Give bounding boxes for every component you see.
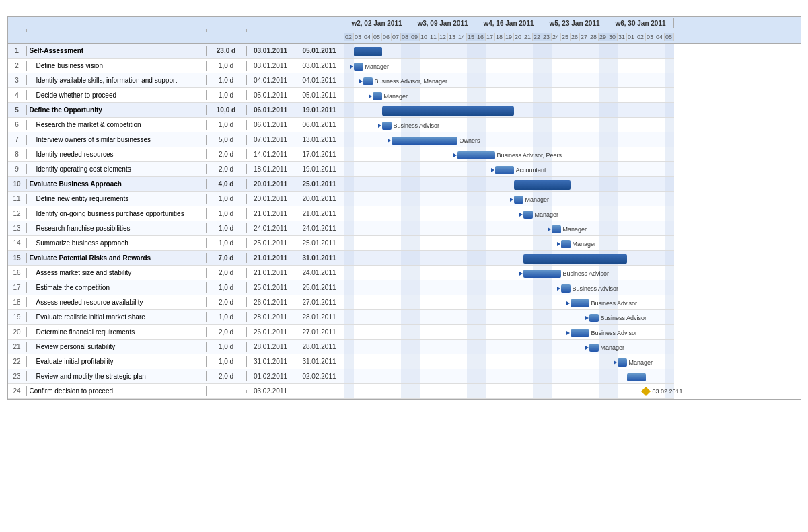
weekend-stripe	[344, 325, 354, 339]
table-row: 24Confirm decision to proceed03.02.2011	[8, 384, 344, 399]
task-num: 11	[8, 194, 27, 204]
task-bar	[589, 314, 599, 322]
weekend-stripe	[608, 384, 618, 398]
task-duration: 1,0 d	[207, 342, 247, 352]
task-name: Review and modify the strategic plan	[27, 371, 207, 381]
day-label: 19	[505, 33, 514, 41]
task-num: 2	[8, 61, 27, 71]
task-finish: 04.01.2011	[295, 75, 344, 85]
weekend-stripe	[467, 280, 476, 295]
task-name: Identify operating cost elements	[27, 164, 207, 174]
task-start: 26.01.2011	[247, 327, 295, 337]
task-arrow	[491, 168, 494, 172]
table-row: 15Evaluate Potential Risks and Rewards7,…	[8, 251, 344, 266]
task-arrow	[453, 153, 457, 157]
task-name: Define the Opportunity	[27, 105, 207, 115]
right-panel: w2, 02 Jan 2011w3, 09 Jan 2011w4, 16 Jan…	[344, 17, 801, 399]
task-name: Identify available skills, information a…	[27, 75, 207, 85]
weekend-stripe	[665, 147, 674, 161]
table-row: 1Self-Assessment23,0 d03.01.201105.01.20…	[8, 44, 344, 59]
weekend-stripe	[476, 340, 486, 354]
day-label: 15	[467, 33, 476, 41]
gantt-row: Business Advisor	[344, 280, 674, 295]
weekend-stripe	[665, 221, 674, 235]
milestone-label: 03.02.2011	[653, 388, 683, 395]
gantt-row	[344, 44, 674, 59]
weekend-stripe	[599, 88, 608, 102]
weekend-stripe	[476, 192, 486, 206]
gantt-row	[344, 177, 674, 192]
weekend-stripe	[467, 206, 476, 221]
weekend-stripe	[665, 354, 674, 369]
task-finish: 25.01.2011	[295, 179, 344, 189]
task-start: 21.01.2011	[247, 253, 295, 263]
weekend-stripe	[533, 295, 542, 309]
weekend-stripe	[410, 384, 420, 398]
task-duration: 2,0 d	[207, 327, 247, 337]
weekend-stripe	[599, 44, 608, 58]
weekend-stripe	[344, 192, 354, 206]
task-start: 05.01.2011	[247, 90, 295, 100]
weekend-stripe	[665, 103, 674, 117]
bar-label: Manager	[563, 226, 587, 233]
weekend-stripe	[665, 59, 674, 73]
weekend-stripe	[533, 73, 542, 87]
weekend-stripe	[467, 118, 476, 132]
task-bar	[514, 196, 523, 204]
weekend-stripe	[476, 266, 486, 280]
task-name: Evaluate realistic initial market share	[27, 312, 207, 322]
task-start: 21.01.2011	[247, 268, 295, 278]
weekend-stripe	[542, 310, 552, 324]
day-label: 21	[523, 33, 533, 41]
weekend-stripe	[665, 266, 674, 280]
task-finish: 03.01.2011	[295, 61, 344, 71]
weekend-stripe	[344, 280, 354, 295]
day-label: 12	[439, 33, 448, 41]
task-duration: 23,0 d	[207, 46, 247, 56]
weekend-stripe	[599, 369, 608, 383]
day-label: 06	[382, 33, 392, 41]
task-duration: 4,0 d	[207, 179, 247, 189]
weekend-stripe	[608, 266, 618, 280]
gantt-row: Manager	[344, 59, 674, 73]
task-bar	[392, 137, 457, 145]
weekend-stripe	[476, 118, 486, 132]
gantt-row	[344, 251, 674, 266]
task-num: 12	[8, 208, 27, 219]
task-arrow	[557, 242, 560, 246]
table-row: 10Evaluate Business Approach4,0 d20.01.2…	[8, 177, 344, 192]
gantt-row: Manager	[344, 354, 674, 369]
task-name: Evaluate Business Approach	[27, 179, 207, 189]
col-header-num	[8, 29, 27, 32]
week-label: w4, 16 Jan 2011	[476, 18, 542, 28]
weekend-stripe	[665, 340, 674, 354]
day-label: 07	[392, 33, 401, 41]
weekend-stripe	[665, 280, 674, 295]
table-row: 22Evaluate initial profitability1,0 d31.…	[8, 354, 344, 369]
task-num: 4	[8, 90, 27, 100]
task-name: Decide whether to proceed	[27, 90, 207, 100]
task-bar	[457, 151, 495, 159]
task-duration: 1,0 d	[207, 90, 247, 100]
gantt-rows: ManagerBusiness Advisor, ManagerManagerB…	[344, 44, 801, 399]
weekend-stripe	[542, 132, 552, 147]
task-arrow	[557, 287, 560, 291]
task-duration	[207, 390, 247, 393]
task-arrow	[519, 272, 523, 276]
task-finish	[295, 390, 344, 393]
task-finish: 24.01.2011	[295, 268, 344, 278]
weekend-stripe	[410, 88, 420, 102]
weekend-stripe	[542, 103, 552, 117]
task-name: Identify needed resources	[27, 149, 207, 159]
task-num: 10	[8, 179, 27, 189]
weekend-stripe	[344, 310, 354, 324]
weekend-stripe	[344, 44, 354, 58]
task-start: 25.01.2011	[247, 238, 295, 248]
weekend-stripe	[533, 354, 542, 369]
bar-label: Business Advisor	[563, 270, 610, 277]
weekend-stripe	[410, 59, 420, 73]
task-finish: 21.01.2011	[295, 208, 344, 219]
task-bar	[363, 77, 373, 85]
weekend-stripe	[542, 280, 552, 295]
weekend-stripe	[401, 251, 410, 265]
